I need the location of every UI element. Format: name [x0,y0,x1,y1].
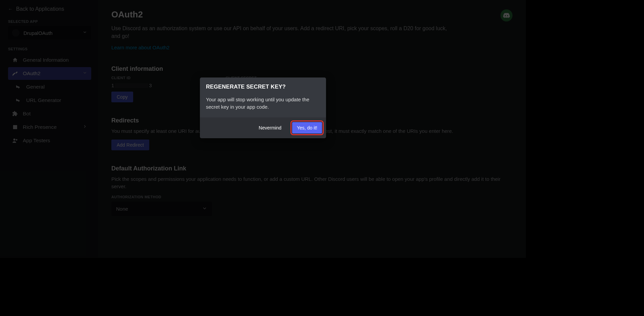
modal-cancel-button[interactable]: Nevermind [255,122,285,133]
modal-body-text: Your app will stop working until you upd… [206,96,320,111]
modal-confirm-button[interactable]: Yes, do it! [292,122,322,134]
regenerate-secret-modal: REGENERATE SECRET KEY? Your app will sto… [200,77,326,138]
modal-overlay[interactable]: REGENERATE SECRET KEY? Your app will sto… [0,0,526,258]
modal-title: REGENERATE SECRET KEY? [206,84,320,90]
app-root: ← Back to Applications SELECTED APP Drup… [0,0,526,258]
modal-footer: Nevermind Yes, do it! [200,117,326,138]
